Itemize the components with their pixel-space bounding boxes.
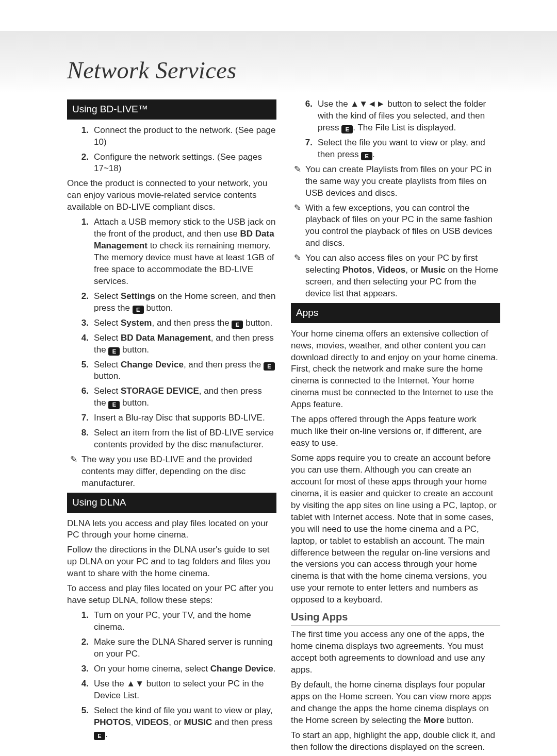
list-item: 1.Attach a USB memory stick to the USB j… <box>67 216 276 288</box>
list-item: 2.Make sure the DLNA Shared server is ru… <box>67 636 276 660</box>
subheading-using-apps: Using Apps <box>291 610 500 626</box>
list-item: 4.Select BD Data Management, and then pr… <box>67 332 276 356</box>
bdlive-intro: Once the product is connected to your ne… <box>67 178 276 213</box>
enter-icon <box>94 732 105 740</box>
note-icon: ✎ <box>294 253 301 300</box>
dlna-p3: To access and play files located on your… <box>67 583 276 607</box>
enter-icon <box>264 362 275 371</box>
list-item: 3.Select System, and then press the butt… <box>67 317 276 329</box>
enter-icon <box>361 152 372 160</box>
list-item: 2.Select Settings on the Home screen, an… <box>67 291 276 314</box>
list-item: 6.Select STORAGE DEVICE, and then press … <box>67 385 276 409</box>
list-item: 4.Use the ▲▼ button to select your PC in… <box>67 678 276 702</box>
note: ✎With a few exceptions, you can control … <box>291 203 500 250</box>
using-apps-p1: The first time you access any one of the… <box>291 629 500 676</box>
dlna-steps: 1.Turn on your PC, your TV, and the home… <box>67 610 276 740</box>
list-item: 7.Insert a Blu-ray Disc that supports BD… <box>67 412 276 424</box>
left-column: Using BD-LIVE™ 1.Connect the product to … <box>67 96 276 756</box>
enter-icon <box>341 125 353 133</box>
note: ✎ The way you use BD-LIVE and the provid… <box>67 454 276 490</box>
list-item: 7.Select the file you want to view or pl… <box>291 137 500 161</box>
section-dlna: Using DLNA <box>67 493 276 513</box>
list-item: 1.Turn on your PC, your TV, and the home… <box>67 610 276 633</box>
arrow-up-down-icon: ▲▼ <box>126 679 144 688</box>
dlna-p1: DLNA lets you access and play files loca… <box>67 518 276 542</box>
list-item: 8.Select an item from the list of BD-LIV… <box>67 427 276 451</box>
dlna-p2: Follow the directions in the DLNA user's… <box>67 544 276 580</box>
enter-icon <box>133 306 144 314</box>
list-item: 5.Select Change Device, and then press t… <box>67 359 276 383</box>
section-bd-live: Using BD-LIVE™ <box>67 99 276 120</box>
note-icon: ✎ <box>294 164 301 199</box>
list-item: 2.Configure the network settings. (See p… <box>67 152 276 175</box>
note-icon: ✎ <box>70 454 77 490</box>
using-apps-p2: By default, the home cinema displays fou… <box>291 679 500 727</box>
using-apps-p3: To start an app, highlight the app, doub… <box>291 730 500 753</box>
enter-icon <box>108 401 120 409</box>
page-title: Network Services <box>67 57 521 84</box>
dlna-steps-cont: 6.Use the ▲▼◄► button to select the fold… <box>291 98 500 161</box>
list-item: 3.On your home cinema, select Change Dev… <box>67 663 276 675</box>
list-item: 5.Select the kind of file you want to vi… <box>67 705 276 741</box>
enter-icon <box>108 347 120 356</box>
section-apps: Apps <box>291 303 500 323</box>
enter-icon <box>232 321 243 329</box>
bdlive-steps: 1.Attach a USB memory stick to the USB j… <box>67 216 276 451</box>
list-item: 6.Use the ▲▼◄► button to select the fold… <box>291 98 500 134</box>
right-column: 6.Use the ▲▼◄► button to select the fold… <box>291 96 500 756</box>
apps-p3: Some apps require you to create an accou… <box>291 452 500 606</box>
note: ✎You can also access files on your PC by… <box>291 253 500 300</box>
list-item: 1.Connect the product to the network. (S… <box>67 125 276 148</box>
arrow-all-icon: ▲▼◄► <box>350 99 385 109</box>
apps-p1: Your home cinema offers an extensive col… <box>291 328 500 411</box>
note-icon: ✎ <box>294 203 301 250</box>
apps-p2: The apps offered through the Apps featur… <box>291 414 500 449</box>
bdlive-prelist: 1.Connect the product to the network. (S… <box>67 125 276 175</box>
note: ✎You can create Playlists from files on … <box>291 164 500 199</box>
